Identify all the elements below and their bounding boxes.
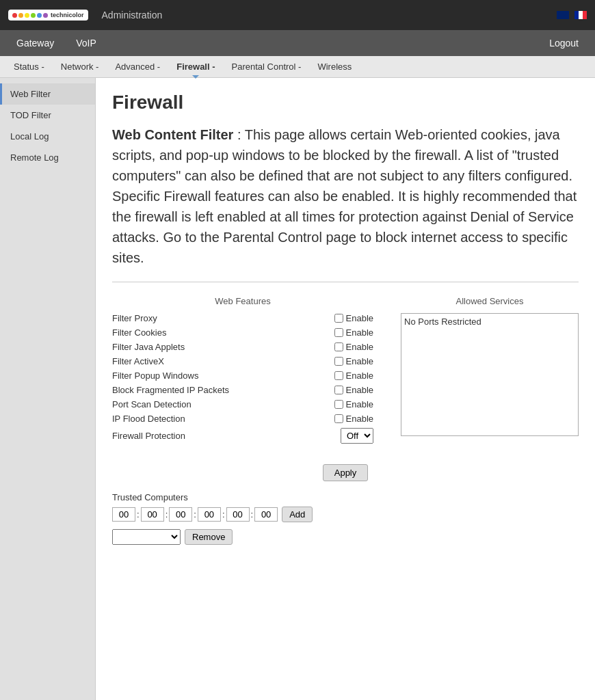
firewall-protection-select[interactable]: Off On [341, 428, 373, 444]
mac-field-3[interactable] [169, 507, 192, 522]
subnav-wireless[interactable]: Wireless [309, 57, 360, 76]
trusted-computer-select[interactable] [112, 529, 181, 545]
feature-row-filter-cookies: Filter Cookies Enable [112, 327, 373, 338]
subnav-parental[interactable]: Parental Control - [224, 57, 310, 76]
checkbox-filter-activex[interactable] [334, 357, 343, 366]
feature-row-ip-flood: IP Flood Detection Enable [112, 414, 373, 424]
features-container: Web Features Filter Proxy Enable Filter … [112, 296, 579, 450]
main-layout: Web Filter TOD Filter Local Log Remote L… [0, 78, 595, 700]
flag-uk-icon[interactable] [557, 11, 569, 19]
logo-text: technicolor [51, 12, 84, 18]
logout-button[interactable]: Logout [538, 32, 590, 54]
remove-row: Remove [112, 529, 579, 545]
checkbox-block-frag[interactable] [334, 386, 343, 394]
sidebar-item-local-log[interactable]: Local Log [0, 126, 95, 147]
feature-enable-ip-flood: Enable [334, 414, 373, 424]
nav-item-voip[interactable]: VoIP [65, 32, 107, 54]
feature-enable-filter-proxy: Enable [334, 313, 373, 323]
mac-sep-5: : [251, 509, 254, 520]
logo-dot-orange [18, 13, 23, 18]
checkbox-ip-flood[interactable] [334, 414, 343, 423]
logo-dot-yellow [25, 13, 29, 18]
feature-label-filter-java: Filter Java Applets [112, 342, 334, 352]
allowed-services-box: No Ports Restricted [401, 313, 579, 436]
sidebar: Web Filter TOD Filter Local Log Remote L… [0, 78, 96, 700]
allowed-services-header: Allowed Services [401, 296, 579, 306]
firewall-protection-label: Firewall Protection [112, 431, 341, 441]
feature-row-filter-popup: Filter Popup Windows Enable [112, 371, 373, 381]
firewall-protection-row: Firewall Protection Off On [112, 428, 373, 444]
mac-sep-2: : [166, 509, 168, 520]
logo-colors [12, 13, 48, 18]
mac-input-row: : : : : : Add [112, 507, 579, 522]
sidebar-item-tod-filter[interactable]: TOD Filter [0, 105, 95, 126]
mac-field-4[interactable] [198, 507, 221, 522]
checkbox-filter-proxy[interactable] [334, 314, 343, 323]
admin-title: Administration [102, 10, 163, 21]
mac-sep-3: : [194, 509, 196, 520]
feature-label-port-scan: Port Scan Detection [112, 399, 334, 409]
sidebar-item-remote-log[interactable]: Remote Log [0, 147, 95, 168]
subnav-network[interactable]: Network - [53, 57, 107, 76]
checkbox-port-scan[interactable] [334, 400, 343, 409]
feature-row-filter-proxy: Filter Proxy Enable [112, 313, 373, 323]
mac-field-2[interactable] [141, 507, 164, 522]
feature-enable-block-frag: Enable [334, 385, 373, 395]
feature-label-filter-cookies: Filter Cookies [112, 327, 334, 338]
checkbox-filter-popup[interactable] [334, 371, 343, 380]
content-area: Firewall Web Content Filter : This page … [96, 78, 595, 700]
subnav-advanced[interactable]: Advanced - [107, 57, 168, 76]
checkbox-filter-cookies[interactable] [334, 328, 343, 337]
web-features-header: Web Features [112, 296, 373, 306]
web-features-col: Web Features Filter Proxy Enable Filter … [112, 296, 373, 450]
description-separator: : [233, 127, 244, 142]
sidebar-item-web-filter[interactable]: Web Filter [0, 83, 95, 105]
subnav: Status - Network - Advanced - Firewall -… [0, 56, 595, 78]
mac-field-5[interactable] [226, 507, 250, 522]
feature-row-filter-java: Filter Java Applets Enable [112, 342, 373, 352]
mac-field-1[interactable] [112, 507, 135, 522]
feature-enable-filter-java: Enable [334, 342, 373, 352]
feature-row-port-scan: Port Scan Detection Enable [112, 399, 373, 409]
feature-enable-filter-activex: Enable [334, 356, 373, 366]
feature-enable-filter-cookies: Enable [334, 327, 373, 338]
trusted-computers-section: Trusted Computers : : : : : Add Remove [112, 492, 579, 545]
topbar: technicolor Administration [0, 0, 595, 30]
allowed-services-text: No Ports Restricted [404, 317, 481, 327]
logo-dot-green [31, 13, 36, 18]
add-button[interactable]: Add [282, 507, 313, 522]
subnav-firewall[interactable]: Firewall - [168, 57, 223, 76]
flag-fr-icon[interactable] [574, 11, 587, 19]
feature-enable-port-scan: Enable [334, 399, 373, 409]
page-title: Firewall [112, 92, 579, 113]
feature-label-block-frag: Block Fragmented IP Packets [112, 385, 334, 395]
feature-label-filter-proxy: Filter Proxy [112, 313, 334, 323]
remove-button[interactable]: Remove [185, 529, 233, 545]
allowed-services-col: Allowed Services No Ports Restricted [401, 296, 579, 450]
feature-row-filter-activex: Filter ActiveX Enable [112, 356, 373, 366]
navbar-left: Gateway VoIP [5, 32, 107, 54]
navbar: Gateway VoIP Logout [0, 30, 595, 56]
feature-label-filter-activex: Filter ActiveX [112, 356, 334, 366]
apply-row: Apply [112, 464, 579, 481]
topbar-left: technicolor Administration [8, 10, 162, 21]
content-description: Web Content Filter : This page allows ce… [112, 124, 579, 268]
mac-sep-4: : [222, 509, 225, 520]
logo-dot-purple [43, 13, 48, 18]
logo-dot-red [12, 13, 17, 18]
description-title: Web Content Filter [112, 127, 233, 142]
subnav-status[interactable]: Status - [5, 57, 53, 76]
apply-button[interactable]: Apply [323, 464, 369, 481]
mac-field-6[interactable] [254, 507, 278, 522]
feature-label-ip-flood: IP Flood Detection [112, 414, 334, 424]
feature-row-block-frag: Block Fragmented IP Packets Enable [112, 385, 373, 395]
divider [112, 282, 579, 282]
topbar-right [557, 11, 587, 19]
logo: technicolor [8, 10, 88, 21]
feature-label-filter-popup: Filter Popup Windows [112, 371, 334, 381]
logo-dot-blue [37, 13, 42, 18]
feature-enable-filter-popup: Enable [334, 371, 373, 381]
nav-item-gateway[interactable]: Gateway [5, 32, 65, 54]
checkbox-filter-java[interactable] [334, 342, 343, 351]
description-body: This page allows certain Web-oriented co… [112, 127, 577, 265]
